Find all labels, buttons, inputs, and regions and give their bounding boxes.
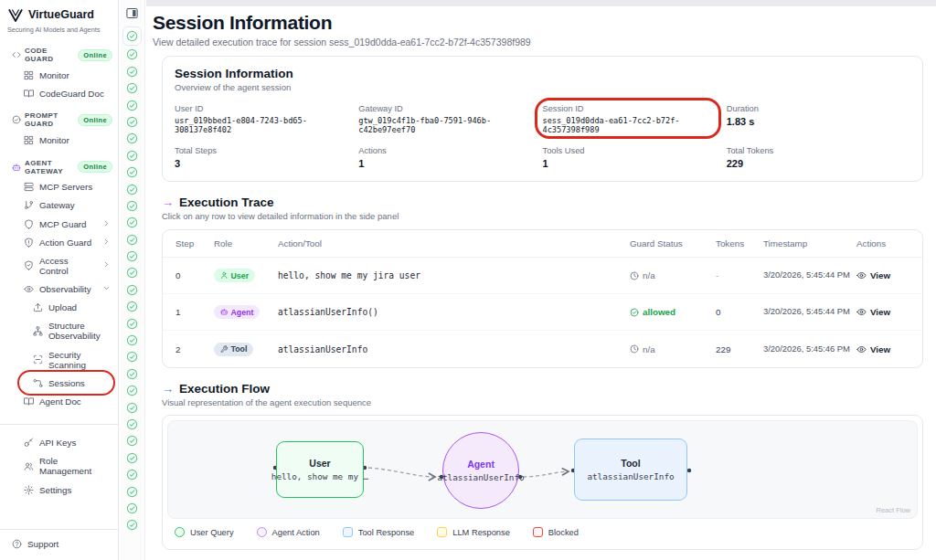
sidebar-item-mcp-guard[interactable]: MCP Guard [0,215,118,233]
eye-icon [24,284,34,294]
check-circle-icon[interactable] [126,266,138,278]
sidebar-item-upload[interactable]: Upload [0,299,118,317]
sidebar: VirtueGuard Securing AI Models and Agent… [0,0,119,560]
check-circle-icon[interactable] [126,165,138,177]
timestamp-cell: 3/20/2026, 5:45:44 PM [763,306,856,318]
check-circle-icon[interactable] [126,65,138,77]
arrow-icon: → [162,195,174,209]
group-agent-gateway: AGENT GATEWAY Online [0,150,118,178]
sidebar-divider [0,424,118,425]
check-circle-icon[interactable] [126,384,138,396]
view-label: View [870,270,890,280]
flow-node-tool[interactable]: Tool atlassianUserInfo [574,438,687,501]
guard-status-cell: n/a [630,270,716,280]
execution-trace-header: → Execution Trace [162,195,923,209]
field-label: Actions [358,146,542,155]
node-text: hello, show me my … [271,471,368,481]
trace-row-1[interactable]: 1 Agent atlassianUserInfo() allowed 0 3/… [163,294,922,331]
eye-icon [856,344,867,354]
check-circle-icon[interactable] [126,350,138,362]
check-circle-icon[interactable] [126,333,138,345]
field-label: User ID [175,104,358,113]
sidebar-item-label: Role Management [39,456,111,476]
check-circle-icon[interactable] [126,367,138,379]
check-circle-icon[interactable] [126,48,138,59]
field-label: Session ID [543,104,727,113]
sidebar-item-support[interactable]: Support [0,530,118,560]
sidebar-item-structure-observability[interactable]: Structure Observability [0,317,118,345]
check-circle-icon[interactable] [126,183,138,195]
brand-tagline: Securing AI Models and Agents [0,26,118,37]
node-title: Agent [467,459,495,470]
view-button[interactable]: View [856,344,909,354]
check-circle-icon[interactable] [126,300,138,312]
check-circle-icon[interactable] [126,283,138,295]
flow-node-user[interactable]: User hello, show me my … [276,441,364,498]
flow-canvas[interactable]: User hello, show me my … Agent atlassian… [167,420,918,519]
sidebar-item-security-scanning[interactable]: Security Scanning [0,345,118,374]
legend-label: Tool Response [358,528,415,537]
sidebar-item-api-keys[interactable]: API Keys [0,434,118,452]
check-circle-icon[interactable] [126,485,138,497]
sidebar-item-monitor-prompt[interactable]: Monitor [0,131,118,149]
check-circle-icon[interactable] [126,417,138,429]
sidebar-item-label: CodeGuard Doc [39,89,104,99]
check-circle-icon[interactable] [126,317,138,329]
sidebar-item-settings[interactable]: Settings [0,481,118,499]
sidebar-item-label: Upload [48,302,77,312]
check-circle-icon[interactable] [126,451,138,463]
sidebar-item-monitor-code[interactable]: Monitor [0,66,118,84]
check-circle-icon[interactable] [126,518,138,530]
check-circle-icon[interactable] [126,81,138,93]
check-circle-icon[interactable] [126,115,138,127]
sidebar-item-codeguard-doc[interactable]: CodeGuard Doc [0,84,118,102]
sidebar-item-access-control[interactable]: Access Control [0,251,118,280]
flow-node-agent[interactable]: Agent atlassianUserInfo [442,432,519,509]
main-content: Session Information View detailed execut… [146,0,936,560]
sidebar-item-mcp-servers[interactable]: MCP Servers [0,178,118,196]
trace-row-2[interactable]: 2 Tool atlassianUserInfo n/a 229 3/20/20… [163,331,922,367]
sidebar-item-role-management[interactable]: Role Management [0,452,118,481]
execution-flow-header: → Execution Flow [162,382,923,396]
book-icon [24,396,34,407]
legend-item-llm-response: LLM Response [437,527,510,537]
node-text: atlassianUserInfo [587,471,674,481]
dashboard-icon [24,70,34,80]
check-circle-icon[interactable] [126,401,138,413]
check-circle-icon[interactable] [126,99,138,111]
chevron-right-icon [102,260,111,270]
check-circle-icon[interactable] [126,434,138,446]
trace-row-0[interactable]: 0 User hello, show me my jira user n/a -… [163,258,922,294]
sidebar-item-action-guard[interactable]: Action Guard [0,233,118,251]
check-circle-icon[interactable] [126,233,138,245]
check-circle-icon[interactable] [126,132,138,143]
guard-label: n/a [643,270,655,280]
view-button[interactable]: View [856,307,909,317]
shield-check-icon [24,260,34,270]
check-circle-icon[interactable] [122,26,142,46]
legend-swatch-square [343,527,353,537]
panel-toggle-button[interactable] [125,6,139,20]
check-circle-icon[interactable] [126,502,138,513]
field-value: 3 [175,158,358,169]
sidebar-item-agent-doc[interactable]: Agent Doc [0,392,118,410]
check-circle-icon[interactable] [126,149,138,161]
action-cell: atlassianUserInfo() [278,307,630,317]
check-circle-icon[interactable] [126,249,138,261]
check-circle-icon [12,115,21,124]
role-label: Agent [231,308,254,317]
status-badge: Online [78,161,112,173]
check-circle-icon[interactable] [126,216,138,227]
check-circle-icon[interactable] [126,468,138,480]
upload-icon [33,302,43,312]
view-button[interactable]: View [856,270,909,280]
help-circle-icon [12,539,22,549]
sidebar-item-observability[interactable]: Observability [0,280,118,299]
guard-label: n/a [643,344,655,354]
sidebar-item-gateway[interactable]: Gateway [0,196,118,215]
field-label: Total Steps [175,146,358,155]
sidebar-item-sessions[interactable]: Sessions [0,374,118,392]
section-title: Execution Trace [179,195,274,209]
sidebar-item-label: Monitor [39,135,69,145]
check-circle-icon[interactable] [126,199,138,211]
